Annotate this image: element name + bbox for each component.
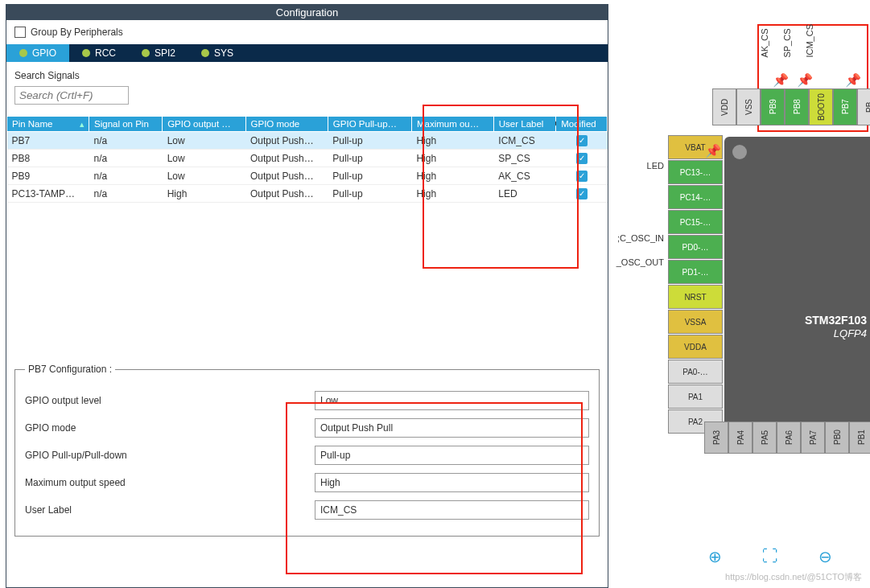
- pin-PB9[interactable]: PB9: [761, 88, 785, 125]
- col-header[interactable]: GPIO mode: [245, 117, 328, 132]
- table-row[interactable]: PB7n/aLowOutput Push…Pull-upHighICM_CS✓: [7, 132, 608, 150]
- left-pin-column: VBATPC13-…PC14-…PC15-…PD0-…PD1-…NRSTVSSA…: [668, 135, 723, 434]
- pin-ext-label: LED: [616, 161, 664, 171]
- zoom-in-icon[interactable]: ⊕: [708, 547, 722, 566]
- pin-ext-label: _OSC_OUT: [616, 257, 664, 267]
- pin-ext-label: ;C_OSC_IN: [616, 233, 664, 243]
- pin-VSSA[interactable]: VSSA: [668, 310, 723, 334]
- chip-body: STM32F103LQFP4: [724, 137, 870, 434]
- col-header[interactable]: Pin Name▲: [7, 117, 89, 132]
- pushpin-icon: 📌: [773, 72, 789, 88]
- pin-config-fieldset: PB7 Configuration : GPIO output levelLow…: [14, 364, 600, 537]
- col-header[interactable]: Maximum ou…: [411, 117, 493, 132]
- config-select[interactable]: ICM_CS: [315, 500, 589, 520]
- config-select[interactable]: Pull-up: [315, 446, 589, 465]
- pushpin-icon: 📌: [845, 72, 861, 88]
- pin-PC14-…[interactable]: PC14-…: [668, 185, 723, 209]
- check-icon: [201, 49, 209, 57]
- config-row: Maximum output speedHigh: [25, 473, 589, 492]
- config-row: User LabelICM_CS: [25, 500, 589, 520]
- pin-ext-label: AK_CS: [760, 24, 769, 58]
- modified-check-icon: ✓: [576, 188, 588, 199]
- col-header[interactable]: Signal on Pin: [89, 117, 163, 132]
- table-row[interactable]: PB9n/aLowOutput Push…Pull-upHighAK_CS✓: [7, 167, 608, 185]
- fit-icon[interactable]: ⛶: [762, 547, 778, 566]
- pin-PA7[interactable]: PA7: [801, 421, 825, 454]
- tab-sys[interactable]: SYS: [188, 44, 246, 62]
- pin-ext-label: SP_CS: [782, 24, 792, 58]
- col-header[interactable]: GPIO Pull-up…: [328, 117, 411, 132]
- pin-VDD[interactable]: VDD: [712, 88, 736, 125]
- config-row: GPIO modeOutput Push Pull: [25, 418, 589, 438]
- pushpin-icon: 📌: [705, 143, 721, 158]
- watermark: https://blog.csdn.net/@51CTO博客: [725, 571, 862, 583]
- col-header[interactable]: User Label: [493, 117, 555, 132]
- pin-ext-label: ICM_CS: [805, 24, 814, 58]
- pin-PA3[interactable]: PA3: [704, 421, 728, 454]
- pin-NRST[interactable]: NRST: [668, 285, 723, 309]
- tab-rcc[interactable]: RCC: [69, 44, 129, 62]
- pin-PB7[interactable]: PB7: [833, 88, 857, 125]
- table-row[interactable]: PB8n/aLowOutput Push…Pull-upHighSP_CS✓: [7, 150, 608, 167]
- bottom-pin-row: PA3PA4PA5PA6PA7PB0PB1: [704, 421, 870, 454]
- top-pin-labels: AK_CSSP_CSICM_CS: [760, 24, 814, 58]
- config-label: GPIO output level: [25, 395, 315, 406]
- modified-check-icon: ✓: [576, 135, 588, 146]
- pin1-marker-icon: [732, 145, 747, 159]
- pushpin-icon: 📌: [797, 72, 813, 88]
- pin-PA0-…[interactable]: PA0-…: [668, 360, 723, 384]
- pin-PD1-…[interactable]: PD1-…: [668, 260, 723, 284]
- check-icon: [82, 49, 90, 57]
- config-label: GPIO Pull-up/Pull-down: [25, 450, 315, 461]
- pin-PB0[interactable]: PB0: [825, 421, 849, 454]
- check-icon: [142, 49, 150, 57]
- tab-spi2[interactable]: SPI2: [129, 44, 188, 62]
- pin-PA5[interactable]: PA5: [752, 421, 777, 454]
- tab-bar: GPIO RCC SPI2 SYS: [6, 44, 608, 62]
- pin-PA4[interactable]: PA4: [728, 421, 752, 454]
- config-label: User Label: [25, 504, 315, 516]
- top-pin-row: VDDVSSPB9PB8BOOT0PB7PB: [712, 88, 870, 125]
- modified-check-icon: ✓: [576, 153, 588, 164]
- table-row[interactable]: PC13-TAMP…n/aHighOutput Push…Pull-upHigh…: [7, 185, 608, 203]
- modified-check-icon: ✓: [576, 171, 588, 182]
- pin-BOOT0[interactable]: BOOT0: [809, 88, 833, 125]
- pin-PC15-…[interactable]: PC15-…: [668, 210, 723, 234]
- pin-PA6[interactable]: PA6: [777, 421, 801, 454]
- tab-gpio[interactable]: GPIO: [6, 44, 69, 62]
- config-label: GPIO mode: [25, 422, 315, 434]
- search-input[interactable]: [14, 86, 129, 105]
- config-select[interactable]: Low: [315, 391, 589, 410]
- pin-PA1[interactable]: PA1: [668, 384, 723, 409]
- fieldset-legend: PB7 Configuration :: [25, 364, 115, 375]
- config-row: GPIO output levelLow: [25, 391, 589, 410]
- pin-PB1[interactable]: PB1: [849, 421, 870, 454]
- col-header[interactable]: Modified: [556, 117, 608, 132]
- zoom-out-icon[interactable]: ⊖: [818, 547, 832, 566]
- config-label: Maximum output speed: [25, 477, 315, 488]
- config-row: GPIO Pull-up/Pull-downPull-up: [25, 446, 589, 465]
- config-panel: Configuration Group By Peripherals GPIO …: [6, 4, 608, 588]
- pin-PC13-…[interactable]: PC13-…: [668, 160, 723, 184]
- pin-table: Pin Name▲Signal on PinGPIO output …GPIO …: [6, 116, 608, 203]
- pin-VDDA[interactable]: VDDA: [668, 335, 723, 359]
- pin-VSS[interactable]: VSS: [736, 88, 761, 125]
- pin-PB[interactable]: PB: [857, 88, 870, 125]
- col-header[interactable]: GPIO output …: [163, 117, 245, 132]
- config-select[interactable]: High: [315, 473, 589, 492]
- group-by-label: Group By Peripherals: [31, 27, 123, 38]
- group-by-checkbox[interactable]: [14, 27, 26, 38]
- group-by-row[interactable]: Group By Peripherals: [6, 20, 608, 44]
- check-icon: [19, 49, 27, 57]
- pin-PD0-…[interactable]: PD0-…: [668, 235, 723, 259]
- chip-name: STM32F103LQFP4: [805, 314, 867, 339]
- pin-PB8[interactable]: PB8: [785, 88, 809, 125]
- config-select[interactable]: Output Push Pull: [315, 418, 589, 438]
- search-label: Search Signals: [14, 70, 600, 81]
- zoom-toolbar: ⊕ ⛶ ⊖: [708, 547, 832, 566]
- panel-title: Configuration: [6, 5, 608, 20]
